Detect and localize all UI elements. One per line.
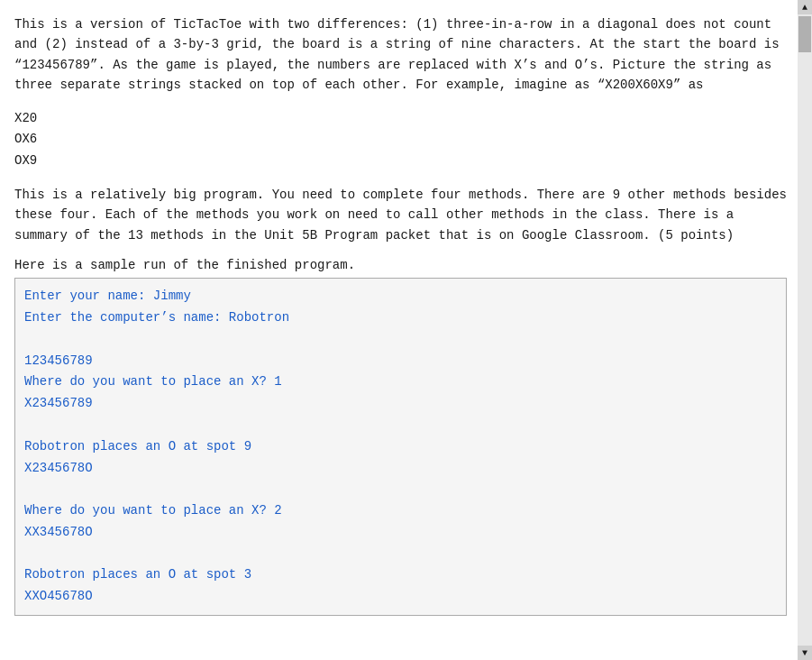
terminal-line6: X23456789 — [24, 393, 777, 415]
board-lines: X20 OX6 OX9 — [14, 108, 787, 172]
terminal-box: Enter your name: Jimmy Enter the compute… — [14, 278, 787, 616]
board-line3: OX9 — [14, 151, 787, 172]
terminal-line13 — [24, 544, 777, 565]
description-paragraph1: This is a version of TicTacToe with two … — [14, 14, 787, 96]
terminal-line11: Where do you want to place an X? 2 — [24, 500, 777, 522]
terminal-line14: Robotron places an O at spot 3 — [24, 564, 777, 586]
terminal-line12: XX345678O — [24, 522, 777, 544]
description-paragraph2: This is a relatively big program. You ne… — [14, 185, 787, 245]
scroll-up-button[interactable]: ▲ — [798, 0, 812, 14]
terminal-line4: 123456789 — [24, 351, 777, 372]
board-line1: X20 — [14, 108, 787, 130]
terminal-line15: XXO45678O — [24, 586, 777, 608]
board-line2: OX6 — [14, 129, 787, 151]
terminal-line8: Robotron places an O at spot 9 — [24, 436, 777, 458]
terminal-line2: Enter the computer’s name: Robotron — [24, 307, 777, 329]
terminal-line3 — [24, 329, 777, 351]
scrollbar-track[interactable] — [798, 14, 812, 646]
scroll-down-button[interactable]: ▼ — [798, 646, 812, 660]
terminal-line9: X2345678O — [24, 458, 777, 480]
terminal-line1: Enter your name: Jimmy — [24, 286, 777, 307]
scrollbar-thumb[interactable] — [798, 16, 811, 52]
terminal-line7 — [24, 415, 777, 436]
sample-run-label: Here is a sample run of the finished pro… — [14, 258, 787, 272]
scrollbar[interactable]: ▲ ▼ — [798, 0, 812, 660]
terminal-line10 — [24, 479, 777, 500]
main-content[interactable]: This is a version of TicTacToe with two … — [0, 0, 798, 660]
terminal-line5: Where do you want to place an X? 1 — [24, 371, 777, 393]
